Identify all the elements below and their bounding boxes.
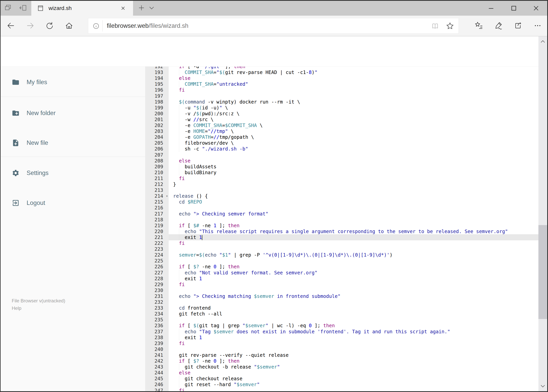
gutter-line-number[interactable]: 236: [145, 322, 169, 329]
code-line[interactable]: if [ $? -ne 0 ]; then: [169, 358, 538, 364]
gutter-line-number[interactable]: 219: [145, 223, 169, 229]
gutter-line-number[interactable]: 220: [145, 228, 169, 234]
code-line[interactable]: fi: [169, 175, 538, 182]
code-line[interactable]: [169, 93, 538, 99]
code-line[interactable]: if [ $# -ne 1 ]; then: [169, 223, 538, 229]
code-line[interactable]: COMMIT_SHA="$(git rev-parse HEAD | cut -…: [169, 69, 538, 75]
code-line[interactable]: echo "> Checking semver format": [169, 211, 538, 217]
code-line[interactable]: [169, 287, 538, 293]
scroll-down-icon[interactable]: [540, 383, 546, 389]
code-line[interactable]: [169, 205, 538, 211]
gutter-line-number[interactable]: 245: [145, 376, 169, 382]
tab-preview-button[interactable]: [4, 3, 13, 12]
code-line[interactable]: [169, 246, 538, 252]
gutter-line-number[interactable]: 206: [145, 146, 169, 152]
forward-button[interactable]: [26, 21, 35, 30]
code-line[interactable]: git checkout -b release "$semver": [169, 364, 538, 370]
sidebar-item-my-files[interactable]: My files: [0, 75, 145, 89]
code-line[interactable]: $(command -v winpty) docker run --rm -it…: [169, 99, 538, 105]
refresh-button[interactable]: [45, 21, 54, 30]
gutter-line-number[interactable]: 197: [145, 93, 169, 99]
gutter-line-number[interactable]: 234: [145, 311, 169, 317]
code-line[interactable]: [169, 317, 538, 323]
gutter-line-number[interactable]: 205: [145, 140, 169, 146]
code-line[interactable]: else: [169, 158, 538, 164]
code-line[interactable]: fi: [169, 387, 538, 392]
web-notes-button[interactable]: [494, 21, 503, 30]
site-info-icon[interactable]: [92, 22, 100, 30]
code-line[interactable]: cd $REPO: [169, 199, 538, 205]
favorite-star-button[interactable]: [445, 21, 454, 30]
gutter-line-number[interactable]: 211: [145, 175, 169, 182]
code-line[interactable]: -u "$(id -u)" \: [169, 105, 538, 111]
gutter-line-number[interactable]: 229: [145, 281, 169, 287]
code-line[interactable]: [169, 152, 538, 158]
code-line[interactable]: if [ -d "/.git" ]; then: [169, 67, 538, 70]
gutter-line-number[interactable]: 244: [145, 370, 169, 376]
address-bar[interactable]: filebrowser.web/files/wizard.sh: [88, 18, 459, 34]
code-line[interactable]: [169, 217, 538, 223]
sidebar-item-new-file[interactable]: New file: [0, 136, 145, 150]
code-line[interactable]: if [ $? -ne 0 ]; then: [169, 264, 538, 270]
url-text[interactable]: filebrowser.web/files/wizard.sh: [107, 18, 188, 34]
sidebar-item-new-folder[interactable]: New folder: [0, 106, 145, 120]
gutter-line-number[interactable]: 217: [145, 211, 169, 217]
code-line[interactable]: COMMIT_SHA="untracked": [169, 81, 538, 87]
code-line[interactable]: git checkout release: [169, 376, 538, 382]
code-line[interactable]: else: [169, 75, 538, 81]
page-scrollbar[interactable]: [538, 36, 547, 391]
code-line[interactable]: exit 1: [169, 335, 538, 341]
gutter-line-number[interactable]: 218: [145, 217, 169, 223]
gutter-line-number[interactable]: 231: [145, 293, 169, 299]
code-line[interactable]: -v /$(pwd):/src:z \: [169, 111, 538, 117]
gutter-line-number[interactable]: 233: [145, 305, 169, 311]
code-line[interactable]: semver=$(echo "$1" | grep -P '^v(0|[1-9]…: [169, 252, 538, 258]
gutter-line-number[interactable]: 195: [145, 81, 169, 87]
share-page-button[interactable]: [513, 21, 523, 30]
window-close-button[interactable]: [531, 4, 541, 13]
code-editor[interactable]: 1921931941951961971981992002012022032042…: [145, 67, 538, 391]
code-line[interactable]: echo "Not valid semver format. See semve…: [169, 270, 538, 276]
gutter-line-number[interactable]: 225: [145, 258, 169, 264]
code-line[interactable]: sh -c "./wizard.sh -b": [169, 146, 538, 152]
gutter-line-number[interactable]: 198: [145, 99, 169, 105]
gutter-line-number[interactable]: 213: [145, 187, 169, 193]
gutter-line-number[interactable]: 247: [145, 387, 169, 392]
code-line[interactable]: cd frontend: [169, 305, 538, 311]
sidebar-item-settings[interactable]: Settings: [0, 166, 145, 180]
code-line[interactable]: }: [169, 181, 538, 187]
sidebar-item-logout[interactable]: Logout: [0, 196, 145, 210]
gutter-line-number[interactable]: 216: [145, 205, 169, 211]
code-line[interactable]: -e GOPATH=//tmp/gopath \: [169, 134, 538, 140]
code-line[interactable]: if [ $(git tag | grep "$semver" | wc -l)…: [169, 322, 538, 329]
code-line[interactable]: [169, 299, 538, 305]
gutter-line-number[interactable]: 228: [145, 276, 169, 282]
gutter-line-number[interactable]: 192: [145, 67, 169, 70]
gutter-line-number[interactable]: 221: [145, 234, 169, 240]
code-line[interactable]: fi: [169, 87, 538, 93]
gutter-line-number[interactable]: 212: [145, 181, 169, 187]
gutter-line-number[interactable]: 208: [145, 158, 169, 164]
gutter-line-number[interactable]: 239: [145, 340, 169, 346]
code-line[interactable]: echo "This release script requires a sin…: [169, 228, 538, 234]
back-button[interactable]: [6, 21, 15, 30]
scroll-up-icon[interactable]: [540, 38, 546, 45]
gutter-line-number[interactable]: 201: [145, 116, 169, 123]
gutter-line-number[interactable]: 196: [145, 87, 169, 93]
gutter-line-number[interactable]: 240: [145, 346, 169, 352]
fold-toggle-icon[interactable]: ▾: [166, 193, 168, 199]
help-link[interactable]: Help: [12, 305, 65, 312]
gutter-line-number[interactable]: 222: [145, 240, 169, 246]
gutter-line-number[interactable]: 207: [145, 152, 169, 158]
maximize-button[interactable]: [508, 4, 519, 13]
code-line[interactable]: fi: [169, 340, 538, 346]
code-line[interactable]: git reset --hard "$semver": [169, 381, 538, 387]
gutter-line-number[interactable]: 199: [145, 105, 169, 111]
reading-view-button[interactable]: [431, 21, 440, 30]
gutter-line-number[interactable]: 235: [145, 317, 169, 323]
gutter-line-number[interactable]: 241: [145, 352, 169, 358]
gutter-line-number[interactable]: 200: [145, 111, 169, 117]
settings-more-button[interactable]: [533, 21, 542, 30]
gutter-line-number[interactable]: 210: [145, 169, 169, 175]
gutter-line-number[interactable]: 243: [145, 364, 169, 370]
